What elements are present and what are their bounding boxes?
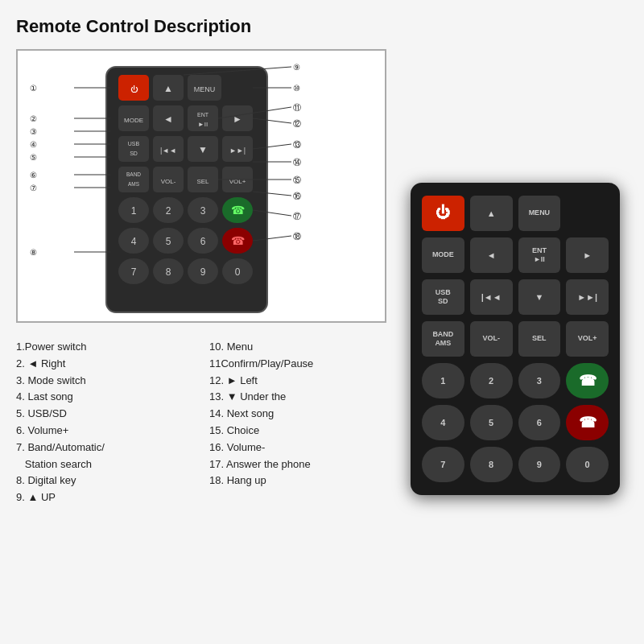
desc-item-5: 5. USB/SD bbox=[16, 406, 193, 423]
svg-text:⑧: ⑧ bbox=[30, 248, 37, 257]
answer-button[interactable]: ☎ bbox=[566, 363, 609, 398]
mode-label: MODE bbox=[432, 250, 454, 259]
right-panel: ⏻ ▲ MENU MODE ◄ bbox=[402, 49, 628, 628]
svg-text:⑬: ⑬ bbox=[293, 140, 301, 149]
sel-label: SEL bbox=[532, 334, 547, 343]
svg-text:⑫: ⑫ bbox=[293, 119, 301, 128]
answer-icon: ☎ bbox=[579, 372, 597, 390]
num1-button[interactable]: 1 bbox=[422, 363, 464, 398]
num6-label: 6 bbox=[537, 418, 542, 427]
skip-back-icon: |◄◄ bbox=[481, 292, 502, 302]
num6-button[interactable]: 6 bbox=[518, 405, 561, 440]
usb-label: USBSD bbox=[436, 288, 451, 306]
desc-col-right: 10. Menu 11Confirm/Play/Pause 12. ► Left… bbox=[209, 339, 386, 506]
desc-item-11: 11Confirm/Play/Pause bbox=[209, 356, 386, 373]
svg-text:⑱: ⑱ bbox=[293, 232, 301, 241]
vol-plus-label: VOL+ bbox=[578, 334, 597, 343]
svg-text:9: 9 bbox=[200, 266, 206, 278]
mode-button[interactable]: MODE bbox=[422, 237, 464, 273]
svg-text:5: 5 bbox=[166, 236, 171, 247]
hangup-icon: ☎ bbox=[579, 414, 597, 431]
svg-text:⑤: ⑤ bbox=[30, 153, 37, 162]
vol-minus-button[interactable]: VOL- bbox=[470, 321, 513, 357]
power-button[interactable]: ⏻ bbox=[422, 196, 464, 231]
menu-button[interactable]: MENU bbox=[518, 196, 561, 231]
vol-plus-button[interactable]: VOL+ bbox=[566, 321, 609, 357]
svg-text:☎: ☎ bbox=[231, 204, 245, 217]
svg-text:④: ④ bbox=[30, 140, 37, 149]
svg-text:⑥: ⑥ bbox=[30, 171, 37, 180]
num3-label: 3 bbox=[537, 376, 542, 386]
desc-item-14: 14. Next song bbox=[209, 406, 386, 423]
num7-label: 7 bbox=[440, 460, 445, 469]
num0-label: 0 bbox=[585, 460, 590, 469]
sel-button[interactable]: SEL bbox=[518, 321, 561, 357]
num4-button[interactable]: 4 bbox=[422, 405, 464, 440]
svg-text:►►|: ►►| bbox=[229, 147, 246, 155]
down-button[interactable]: ▼ bbox=[518, 279, 561, 315]
desc-item-10: 10. Menu bbox=[209, 339, 386, 356]
num2-button[interactable]: 2 bbox=[470, 363, 513, 398]
svg-text:4: 4 bbox=[131, 236, 137, 247]
num3-button[interactable]: 3 bbox=[518, 363, 561, 398]
svg-text:BAND: BAND bbox=[126, 171, 141, 177]
svg-text:⑯: ⑯ bbox=[293, 192, 301, 200]
num9-label: 9 bbox=[537, 460, 542, 469]
desc-item-4: 4. Last song bbox=[16, 389, 193, 406]
band-label: BANDAMS bbox=[432, 330, 453, 348]
num8-label: 8 bbox=[489, 460, 493, 469]
svg-text:AMS: AMS bbox=[128, 181, 140, 187]
right-button[interactable]: ► bbox=[566, 237, 609, 273]
up-icon: ▲ bbox=[487, 208, 496, 218]
svg-rect-25 bbox=[118, 167, 149, 192]
svg-text:⑭: ⑭ bbox=[293, 158, 301, 167]
svg-text:8: 8 bbox=[166, 266, 171, 278]
num2-label: 2 bbox=[489, 376, 493, 386]
num5-button[interactable]: 5 bbox=[470, 405, 513, 440]
remote-row-3: USBSD |◄◄ ▼ ►►| bbox=[422, 279, 609, 315]
ent-button[interactable]: ENT►II bbox=[518, 237, 561, 273]
svg-text:⑪: ⑪ bbox=[293, 103, 301, 112]
svg-text:▲: ▲ bbox=[163, 83, 173, 94]
svg-text:►II: ►II bbox=[198, 121, 208, 128]
num9-button[interactable]: 9 bbox=[518, 447, 561, 482]
page-title: Remote Control Description bbox=[16, 16, 628, 37]
svg-rect-16 bbox=[118, 136, 149, 162]
usb-sd-button[interactable]: USBSD bbox=[422, 279, 464, 315]
skip-fwd-button[interactable]: ►►| bbox=[566, 279, 609, 315]
svg-text:③: ③ bbox=[30, 127, 37, 136]
svg-text:0: 0 bbox=[235, 266, 241, 278]
desc-item-7: 7. Band/Automatic/ Station search bbox=[16, 440, 193, 473]
num5-label: 5 bbox=[489, 418, 493, 427]
desc-item-12: 12. ► Left bbox=[209, 373, 386, 390]
main-content: ⏻ ▲ MENU MODE ◄ ENT ►II ► bbox=[16, 49, 628, 628]
remote-row-2: MODE ◄ ENT►II ► bbox=[422, 237, 609, 273]
num7-button[interactable]: 7 bbox=[422, 447, 464, 482]
empty-cell bbox=[566, 196, 609, 231]
ent-label: ENT►II bbox=[532, 246, 547, 264]
hangup-button[interactable]: ☎ bbox=[566, 405, 609, 440]
svg-text:|◄◄: |◄◄ bbox=[160, 147, 176, 155]
svg-text:USB: USB bbox=[128, 141, 140, 147]
svg-text:◄: ◄ bbox=[163, 114, 173, 125]
diagram-area: ⏻ ▲ MENU MODE ◄ ENT ►II ► bbox=[16, 49, 386, 323]
remote-row-1: ⏻ ▲ MENU bbox=[422, 196, 609, 231]
desc-item-9: 9. ▲ UP bbox=[16, 489, 193, 506]
num4-label: 4 bbox=[440, 418, 445, 427]
num1-label: 1 bbox=[440, 376, 445, 386]
svg-text:VOL+: VOL+ bbox=[229, 178, 246, 185]
remote-row-6: 4 5 6 ☎ bbox=[422, 405, 609, 440]
num8-button[interactable]: 8 bbox=[470, 447, 513, 482]
up-button[interactable]: ▲ bbox=[470, 196, 513, 231]
skip-back-button[interactable]: |◄◄ bbox=[470, 279, 513, 315]
svg-text:ENT: ENT bbox=[197, 112, 209, 118]
svg-text:⏻: ⏻ bbox=[130, 85, 138, 93]
svg-text:☎: ☎ bbox=[231, 234, 245, 247]
left-button[interactable]: ◄ bbox=[470, 237, 513, 273]
desc-item-13: 13. ▼ Under the bbox=[209, 389, 386, 406]
num0-button[interactable]: 0 bbox=[566, 447, 609, 482]
svg-text:6: 6 bbox=[200, 236, 206, 247]
svg-text:⑨: ⑨ bbox=[293, 63, 300, 72]
band-button[interactable]: BANDAMS bbox=[422, 321, 464, 357]
svg-text:SEL: SEL bbox=[196, 178, 209, 185]
